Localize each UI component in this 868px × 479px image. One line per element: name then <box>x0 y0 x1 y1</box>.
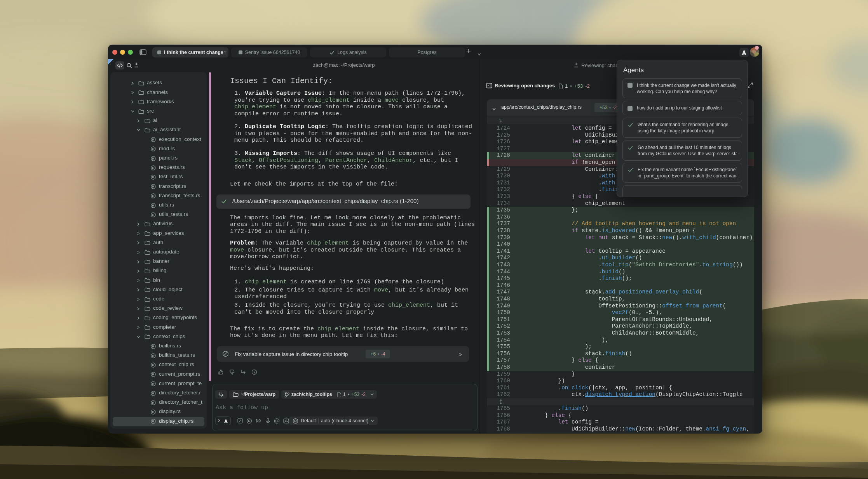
svg-text:R: R <box>152 175 155 179</box>
svg-text:R: R <box>152 345 155 348</box>
svg-text:R: R <box>152 373 155 377</box>
svg-text:R: R <box>152 410 155 414</box>
svg-text:R: R <box>152 363 155 367</box>
svg-text:R: R <box>152 157 155 160</box>
svg-text:R: R <box>152 213 155 217</box>
svg-text:R: R <box>152 382 155 386</box>
svg-text:R: R <box>152 194 155 198</box>
svg-text:R: R <box>152 166 155 170</box>
svg-text:R: R <box>152 401 155 404</box>
svg-text:R: R <box>152 420 155 423</box>
svg-text:R: R <box>152 354 155 358</box>
svg-text:R: R <box>152 138 155 142</box>
svg-text:R: R <box>152 148 155 151</box>
svg-text:R: R <box>152 204 155 207</box>
svg-text:R: R <box>152 392 155 395</box>
svg-text:R: R <box>152 185 155 189</box>
